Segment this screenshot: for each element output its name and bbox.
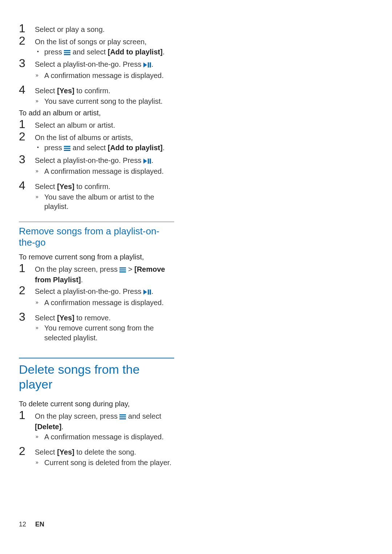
step-number: 4 xyxy=(19,84,35,106)
result-text: You save the album or artist to the play… xyxy=(44,192,174,212)
step-number: 4 xyxy=(19,180,35,211)
step-number: 2 xyxy=(19,284,35,307)
text: to delete the song. xyxy=(74,448,136,456)
delete-step-1: 1 On the play screen, press and select [… xyxy=(19,409,174,442)
delete-lead: To delete current song during play, xyxy=(19,399,174,409)
album-step-3: 3 Select a playlist-on-the-go. Press . »… xyxy=(19,153,174,176)
step-number: 1 xyxy=(19,118,35,131)
text: Select xyxy=(35,314,57,322)
result-text: A confirmation message is displayed. xyxy=(44,298,174,307)
svg-marker-9 xyxy=(143,159,147,164)
text: Select a playlist-on-the-go. Press xyxy=(35,287,143,295)
step-number: 3 xyxy=(19,153,35,176)
bold-text: [Yes] xyxy=(57,87,74,95)
step-body: Select [Yes] to confirm. » You save the … xyxy=(35,180,174,211)
result-text: A confirmation message is displayed. xyxy=(44,432,174,442)
step-body: On the list of songs or play screen, • p… xyxy=(35,35,174,58)
text: . xyxy=(81,276,83,284)
step-number: 1 xyxy=(19,22,35,35)
section-rule-thin xyxy=(19,222,174,222)
result-text: A confirmation message is displayed. xyxy=(44,167,174,176)
svg-rect-8 xyxy=(64,150,70,151)
bold-text: [Yes] xyxy=(57,314,74,322)
result-marker: » xyxy=(35,97,44,106)
result-text: A confirmation message is displayed. xyxy=(44,71,174,80)
album-step-2: 2 On the list of albums or artists, • pr… xyxy=(19,131,174,153)
step-body: Select [Yes] to delete the song. » Curre… xyxy=(35,445,174,467)
bullet-marker: • xyxy=(35,47,44,57)
page-footer: 12 EN xyxy=(19,521,44,528)
step-body: On the list of albums or artists, • pres… xyxy=(35,131,174,153)
result-text: You remove current song from the selecte… xyxy=(44,323,174,342)
text: to confirm. xyxy=(74,182,110,190)
delete-heading: Delete songs from the player xyxy=(19,362,174,392)
svg-rect-4 xyxy=(148,62,149,67)
result-row: » A confirmation message is displayed. xyxy=(35,167,174,176)
result-marker: » xyxy=(35,71,44,80)
bold-text: [Add to playlist] xyxy=(108,48,163,56)
text: . xyxy=(151,156,154,164)
bold-text: [Delete] xyxy=(35,423,61,431)
delete-step-2: 2 Select [Yes] to delete the song. » Cur… xyxy=(19,445,174,467)
remove-step-1: 1 On the play screen, press > [Remove fr… xyxy=(19,262,174,284)
play-pause-icon xyxy=(143,156,151,166)
song-step-2: 2 On the list of songs or play screen, •… xyxy=(19,35,174,58)
text: . xyxy=(151,287,154,295)
step-number: 3 xyxy=(19,57,35,80)
text: to confirm. xyxy=(74,87,110,95)
svg-rect-16 xyxy=(148,290,149,295)
text: Select a playlist-on-the-go. Press xyxy=(35,60,143,68)
result-marker: » xyxy=(35,298,44,307)
bullet-text: press and select [Add to playlist]. xyxy=(44,47,174,57)
section-rule-thick xyxy=(19,358,174,358)
svg-rect-17 xyxy=(150,290,151,295)
step-body: Select a playlist-on-the-go. Press . » A… xyxy=(35,57,174,80)
result-row: » You remove current song from the selec… xyxy=(35,323,174,342)
text: Select xyxy=(35,182,57,190)
bullet-row: • press and select [Add to playlist]. xyxy=(35,143,174,153)
svg-rect-1 xyxy=(64,52,70,53)
bold-text: [Yes] xyxy=(57,448,74,456)
result-row: » A confirmation message is displayed. xyxy=(35,71,174,80)
text: and select xyxy=(70,48,107,56)
step-body: Select a playlist-on-the-go. Press . » A… xyxy=(35,284,174,307)
svg-rect-11 xyxy=(150,159,151,164)
result-marker: » xyxy=(35,323,44,342)
play-pause-icon xyxy=(143,287,151,297)
step-text: On the list of albums or artists, xyxy=(35,134,133,141)
page-column: 1 Select or play a song. 2 On the list o… xyxy=(0,0,196,485)
result-row: » Current song is deleted from the playe… xyxy=(35,458,174,467)
step-body: On the play screen, press and select [De… xyxy=(35,409,174,442)
svg-rect-20 xyxy=(119,418,126,419)
svg-rect-5 xyxy=(150,62,151,67)
svg-marker-3 xyxy=(143,62,147,67)
svg-rect-6 xyxy=(64,146,70,147)
step-body: Select [Yes] to remove. » You remove cur… xyxy=(35,311,174,342)
svg-marker-15 xyxy=(143,290,147,295)
text: Select a playlist-on-the-go. Press xyxy=(35,156,143,164)
result-marker: » xyxy=(35,192,44,212)
result-marker: » xyxy=(35,458,44,467)
svg-rect-0 xyxy=(64,50,70,51)
remove-lead: To remove current song from a playlist, xyxy=(19,252,174,262)
step-text: On the list of songs or play screen, xyxy=(35,38,147,46)
result-row: » A confirmation message is displayed. xyxy=(35,432,174,442)
album-step-4: 4 Select [Yes] to confirm. » You save th… xyxy=(19,180,174,211)
text: Select xyxy=(35,87,57,95)
svg-rect-12 xyxy=(119,267,126,268)
step-body: Select a playlist-on-the-go. Press . » A… xyxy=(35,153,174,176)
song-step-1: 1 Select or play a song. xyxy=(19,22,174,35)
text: On the play screen, press xyxy=(35,265,119,273)
bold-text: [Yes] xyxy=(57,182,74,190)
album-lead: To add an album or artist, xyxy=(19,108,174,118)
result-row: » You save the album or artist to the pl… xyxy=(35,192,174,212)
page-number: 12 xyxy=(19,521,26,528)
step-number: 2 xyxy=(19,445,35,467)
bold-text: [Add to playlist] xyxy=(108,144,163,152)
bullet-row: • press and select [Add to playlist]. xyxy=(35,47,174,57)
step-body: On the play screen, press > [Remove from… xyxy=(35,262,174,284)
svg-rect-19 xyxy=(119,416,126,418)
song-step-4: 4 Select [Yes] to confirm. » You save cu… xyxy=(19,84,174,106)
text: . xyxy=(61,423,64,431)
result-marker: » xyxy=(35,167,44,176)
